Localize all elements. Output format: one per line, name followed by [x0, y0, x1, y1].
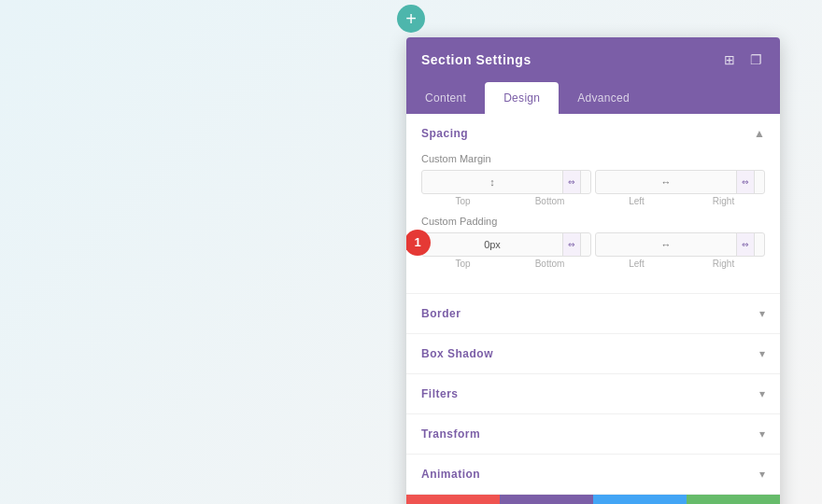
border-title: Border [421, 307, 461, 320]
margin-topbottom-group: ⇔ [421, 170, 591, 194]
cancel-button[interactable]: ✕ [406, 495, 500, 504]
animation-title: Animation [421, 468, 480, 481]
margin-left-input[interactable] [596, 171, 736, 193]
padding-right-input[interactable] [755, 233, 765, 256]
transform-section: Transform ▾ [406, 414, 780, 455]
margin-lr-labels: Left Right [595, 196, 765, 206]
border-section: Border ▾ [406, 294, 780, 334]
padding-labels: Top Bottom Left Right [421, 259, 765, 269]
page-background: + Section Settings ⊞ ❐ Content Design Ad… [0, 0, 822, 504]
padding-top-input[interactable] [422, 233, 562, 256]
filters-expand-icon: ▾ [759, 387, 765, 400]
panel-title: Section Settings [421, 52, 531, 67]
tabs-bar: Content Design Advanced [406, 82, 780, 114]
custom-padding-label: Custom Padding [421, 216, 765, 227]
padding-right-label: Right [682, 259, 765, 269]
margin-bottom-input[interactable] [581, 171, 591, 193]
save-button[interactable]: ✓ [687, 495, 780, 504]
padding-bottom-label: Bottom [508, 259, 591, 269]
custom-padding-group: 1 Custom Padding ⇔ [421, 216, 765, 269]
padding-topbottom-group: ⇔ [421, 232, 591, 257]
settings-icon[interactable]: ⊞ [720, 50, 739, 69]
box-shadow-section: Box Shadow ▾ [406, 334, 780, 374]
filters-section: Filters ▾ [406, 374, 780, 414]
padding-leftright-group: ⇔ [595, 232, 765, 257]
margin-link-icon2[interactable]: ⇔ [736, 171, 755, 193]
padding-lr-labels: Left Right [595, 259, 765, 269]
margin-top-input[interactable] [422, 171, 562, 193]
panel-header: Section Settings ⊞ ❐ [406, 37, 780, 82]
margin-leftright-group: ⇔ [595, 170, 765, 194]
margin-right-input[interactable] [755, 171, 765, 193]
spacing-section-header[interactable]: Spacing ▲ [406, 114, 780, 153]
panel-footer: ✕ ↺ ↻ ✓ [406, 495, 780, 504]
tab-content[interactable]: Content [406, 82, 485, 114]
spacing-section: Spacing ▲ Custom Margin ⇔ [406, 114, 780, 294]
padding-inputs-row: ⇔ ⇔ [421, 232, 765, 257]
box-shadow-section-header[interactable]: Box Shadow ▾ [421, 334, 765, 373]
margin-left-label: Left [595, 196, 678, 206]
panel-body: Spacing ▲ Custom Margin ⇔ [406, 114, 780, 495]
animation-expand-icon: ▾ [759, 468, 765, 481]
add-section-button[interactable]: + [397, 5, 425, 33]
margin-tb-labels: Top Bottom [421, 196, 591, 206]
transform-section-header[interactable]: Transform ▾ [421, 414, 765, 454]
panel-header-icons: ⊞ ❐ [720, 50, 765, 69]
custom-margin-group: Custom Margin ⇔ ⇔ [421, 153, 765, 206]
padding-top-label: Top [421, 259, 504, 269]
transform-expand-icon: ▾ [759, 427, 765, 441]
border-expand-icon: ▾ [759, 307, 765, 320]
redo-button[interactable]: ↻ [593, 495, 687, 504]
custom-margin-label: Custom Margin [421, 153, 765, 164]
margin-link-icon[interactable]: ⇔ [562, 171, 581, 193]
tab-advanced[interactable]: Advanced [559, 82, 648, 114]
transform-title: Transform [421, 427, 480, 441]
padding-link-icon[interactable]: ⇔ [562, 233, 581, 256]
margin-bottom-label: Bottom [508, 196, 591, 206]
padding-link-icon2[interactable]: ⇔ [736, 233, 755, 256]
expand-icon[interactable]: ❐ [746, 50, 765, 69]
border-section-header[interactable]: Border ▾ [421, 294, 765, 333]
padding-bottom-input[interactable] [581, 233, 591, 256]
padding-left-label: Left [595, 259, 678, 269]
box-shadow-expand-icon: ▾ [759, 347, 765, 360]
spacing-title: Spacing [421, 127, 468, 140]
spacing-collapse-icon: ▲ [754, 127, 765, 140]
margin-right-label: Right [682, 196, 765, 206]
box-shadow-title: Box Shadow [421, 347, 493, 360]
margin-top-label: Top [421, 196, 504, 206]
tab-design[interactable]: Design [485, 82, 559, 114]
animation-section-header[interactable]: Animation ▾ [421, 455, 765, 494]
margin-inputs-row: ⇔ ⇔ [421, 170, 765, 194]
padding-tb-labels: Top Bottom [421, 259, 591, 269]
spacing-content: Custom Margin ⇔ ⇔ [406, 153, 780, 293]
margin-labels: Top Bottom Left Right [421, 196, 765, 206]
filters-title: Filters [421, 387, 459, 400]
reset-button[interactable]: ↺ [500, 495, 593, 504]
section-settings-panel: Section Settings ⊞ ❐ Content Design Adva… [406, 37, 780, 504]
padding-left-input[interactable] [596, 233, 736, 256]
plus-icon: + [405, 9, 417, 28]
filters-section-header[interactable]: Filters ▾ [421, 374, 765, 413]
animation-section: Animation ▾ [406, 455, 780, 495]
